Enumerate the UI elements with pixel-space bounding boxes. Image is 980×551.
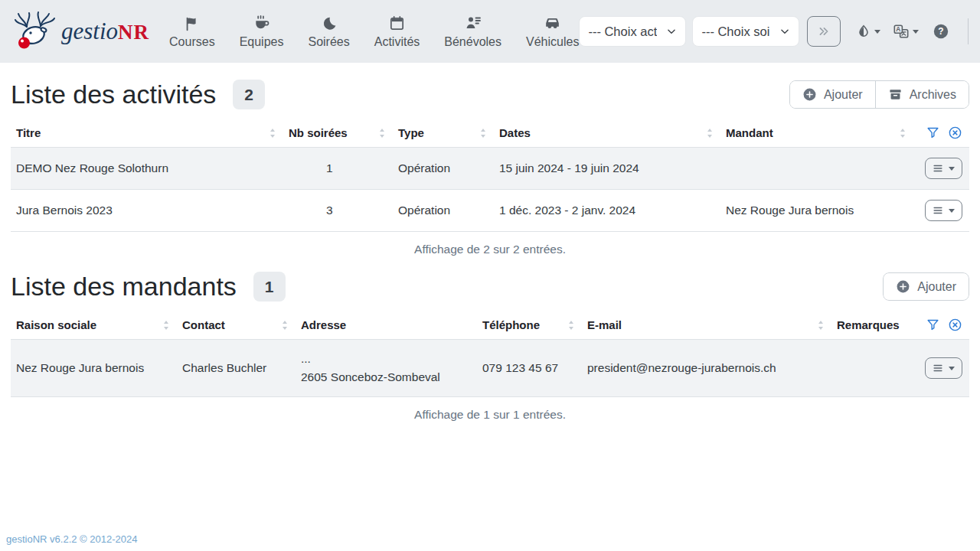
chevron-down-icon — [779, 26, 790, 37]
go-button[interactable] — [807, 16, 841, 47]
sort-icon — [478, 127, 488, 139]
mandants-table-summary: Affichage de 1 sur 1 entrées. — [0, 397, 980, 425]
column-header-email[interactable]: E-mail — [582, 311, 831, 340]
sort-icon — [161, 319, 172, 331]
nav-item-soirees[interactable]: Soirées — [308, 14, 349, 49]
filter-icon[interactable] — [926, 318, 940, 332]
nav-item-activites[interactable]: Activités — [374, 14, 420, 49]
activity-select[interactable]: --- Choix act — [579, 16, 686, 47]
soiree-select[interactable]: --- Choix soi — [692, 16, 799, 47]
column-header-remarques[interactable]: Remarques — [831, 311, 913, 340]
mandants-title-text: Liste des mandants — [11, 272, 237, 302]
top-navbar: gestioNR Courses Equipes Soirées Activit… — [0, 0, 980, 63]
nav-item-vehicules[interactable]: Véhicules — [526, 14, 579, 49]
cell-nb-soirees: 1 — [283, 148, 393, 190]
column-label: Titre — [16, 126, 41, 139]
clear-filter-icon[interactable] — [948, 318, 962, 332]
calendar-icon — [388, 14, 406, 32]
mandants-table-header-row: Raison sociale Contact Adresse Téléphone… — [11, 311, 969, 340]
adresse-line-1: ... — [301, 350, 472, 368]
cell-mandant: Nez Rouge Jura bernois — [720, 190, 913, 232]
droplet-icon — [856, 24, 871, 39]
sort-icon — [897, 127, 908, 139]
column-label: Téléphone — [482, 318, 540, 331]
add-activity-label: Ajouter — [824, 88, 863, 102]
brand-logo[interactable]: gestioNR — [12, 10, 149, 53]
sort-icon — [815, 319, 826, 331]
cell-type: Opération — [393, 190, 494, 232]
help-button[interactable]: ? — [933, 23, 949, 40]
column-header-nb-soirees[interactable]: Nb soirées — [283, 119, 393, 148]
archives-button[interactable]: Archives — [875, 81, 969, 108]
cell-contact: Charles Buchler — [177, 340, 296, 397]
plus-circle-icon — [802, 87, 817, 102]
table-filter-header — [913, 119, 969, 148]
column-header-dates[interactable]: Dates — [494, 119, 720, 148]
chevrons-right-icon — [816, 24, 831, 39]
add-activity-button[interactable]: Ajouter — [790, 81, 875, 108]
cell-email: president@nezrouge-jurabernois.ch — [582, 340, 831, 397]
column-header-adresse[interactable]: Adresse — [296, 311, 477, 340]
version-footer-link[interactable]: gestioNR v6.2.2 © 2012-2024 — [6, 533, 137, 545]
help-circle-icon: ? — [933, 23, 949, 40]
adresse-line-2: 2605 Sonceboz-Sombeval — [301, 368, 472, 386]
row-actions-button[interactable] — [925, 200, 962, 221]
clear-filter-icon[interactable] — [948, 126, 962, 140]
nav-item-equipes[interactable]: Equipes — [240, 14, 284, 49]
activities-toolbar: Ajouter Archives — [789, 80, 969, 109]
column-label: Remarques — [837, 318, 900, 331]
column-label: Adresse — [301, 318, 346, 331]
reindeer-logo-icon — [12, 10, 58, 53]
column-header-titre[interactable]: Titre — [11, 119, 283, 148]
activities-section-header: Liste des activités 2 Ajouter Archives — [0, 63, 980, 119]
brand-name-nr: NR — [118, 21, 149, 44]
nav-item-courses[interactable]: Courses — [169, 14, 215, 49]
activities-count-badge: 2 — [233, 80, 265, 109]
column-header-contact[interactable]: Contact — [177, 311, 296, 340]
archives-label: Archives — [910, 88, 956, 102]
flag-icon — [184, 14, 201, 32]
caret-down-icon — [913, 30, 919, 34]
table-row: DEMO Nez Rouge Solothurn 1 Opération 15 … — [11, 148, 969, 190]
menu-lines-icon — [933, 363, 943, 373]
nav-label: Soirées — [308, 35, 349, 49]
mandants-section-header: Liste des mandants 1 Ajouter — [0, 259, 980, 311]
navbar-right-cluster: --- Choix act --- Choix soi A — [579, 16, 980, 47]
nav-item-benevoles[interactable]: Bénévoles — [444, 14, 501, 49]
mandants-page-title: Liste des mandants 1 — [11, 272, 286, 302]
car-icon — [543, 14, 562, 32]
cell-titre: DEMO Nez Rouge Solothurn — [11, 148, 283, 190]
cell-dates: 1 déc. 2023 - 2 janv. 2024 — [494, 190, 720, 232]
row-actions-button[interactable] — [925, 357, 962, 379]
cell-adresse: ... 2605 Sonceboz-Sombeval — [296, 340, 477, 397]
nav-label: Véhicules — [526, 35, 579, 49]
column-label: Nb soirées — [289, 126, 348, 139]
plus-circle-icon — [896, 279, 910, 294]
caret-down-icon — [874, 30, 880, 34]
column-header-telephone[interactable]: Téléphone — [477, 311, 582, 340]
column-label: Dates — [499, 126, 531, 139]
add-mandant-label: Ajouter — [917, 280, 956, 294]
sort-icon — [566, 319, 577, 331]
sort-icon — [377, 127, 387, 139]
column-header-mandant[interactable]: Mandant — [720, 119, 913, 148]
translate-icon: A — [893, 23, 910, 40]
activities-table-header-row: Titre Nb soirées Type Dates Mandant — [11, 119, 969, 148]
cell-raison-sociale: Nez Rouge Jura bernois — [11, 340, 177, 397]
nav-label: Equipes — [240, 35, 284, 49]
brand-name-gestio: gestio — [61, 18, 118, 44]
caret-down-icon — [949, 367, 955, 370]
svg-text:A: A — [897, 26, 901, 33]
column-header-raison-sociale[interactable]: Raison sociale — [11, 311, 177, 340]
column-label: Contact — [182, 318, 225, 331]
filter-icon[interactable] — [926, 126, 940, 140]
table-row: Jura Bernois 2023 3 Opération 1 déc. 202… — [11, 190, 969, 232]
column-header-type[interactable]: Type — [393, 119, 494, 148]
theme-menu-button[interactable] — [853, 24, 884, 39]
row-actions-button[interactable] — [925, 158, 962, 179]
language-menu-button[interactable]: A — [890, 23, 922, 40]
cell-titre: Jura Bernois 2023 — [11, 190, 283, 232]
add-mandant-button[interactable]: Ajouter — [883, 272, 969, 301]
cell-telephone: 079 123 45 67 — [477, 340, 582, 397]
menu-lines-icon — [933, 205, 943, 216]
